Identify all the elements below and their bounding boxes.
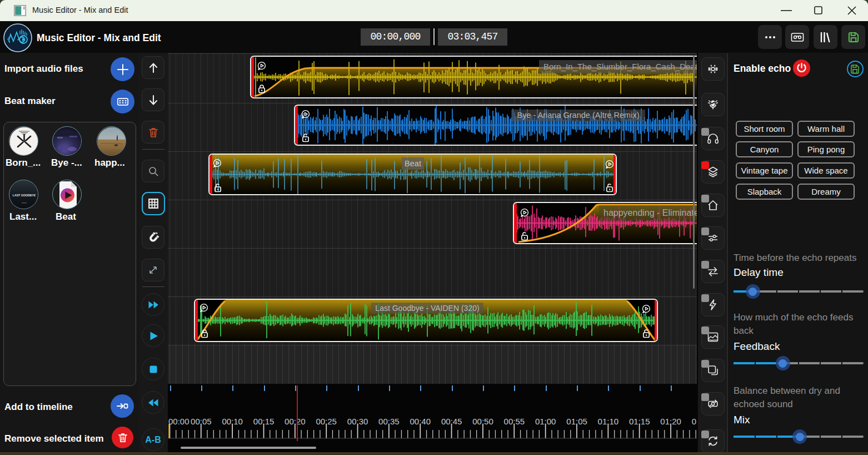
svg-text:LAST GOODBYE: LAST GOODBYE xyxy=(13,194,36,197)
